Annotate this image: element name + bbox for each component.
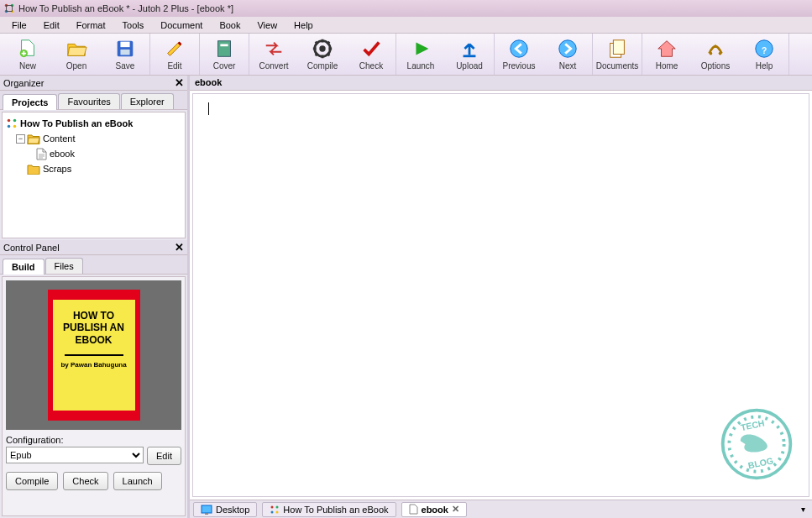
control-title: Control Panel bbox=[3, 243, 60, 253]
svg-rect-7 bbox=[120, 50, 129, 55]
project-tree[interactable]: How To Publish an eBook − Content ebook … bbox=[2, 112, 186, 238]
cover-icon bbox=[213, 38, 235, 60]
svg-point-24 bbox=[13, 125, 17, 128]
cover-title: HOW TO PUBLISH AN EBOOK bbox=[56, 310, 132, 346]
control-panel: Control Panel ✕ BuildFiles HOW TO PUBLIS… bbox=[0, 240, 187, 518]
organizer-title: Organizer bbox=[3, 78, 44, 88]
menu-help[interactable]: Help bbox=[286, 18, 322, 32]
doc-tab-desktop[interactable]: Desktop bbox=[193, 502, 257, 517]
tool-convert-button[interactable]: Convert bbox=[249, 34, 298, 75]
main-toolbar: NewOpenSaveEditCoverConvertCompileCheckL… bbox=[0, 34, 812, 76]
document-icon bbox=[409, 504, 418, 515]
text-editor[interactable]: TECH BLOG bbox=[192, 93, 809, 497]
open-icon bbox=[65, 38, 87, 60]
tool-upload-button[interactable]: Upload bbox=[445, 34, 494, 75]
svg-rect-16 bbox=[613, 40, 624, 55]
launch-icon bbox=[410, 38, 432, 60]
menu-edit[interactable]: Edit bbox=[35, 18, 68, 32]
app-logo-icon bbox=[3, 3, 15, 14]
svg-point-22 bbox=[13, 119, 17, 123]
svg-point-34 bbox=[276, 510, 279, 513]
svg-rect-9 bbox=[220, 44, 228, 46]
bottom-tab-bar: DesktopHow To Publish an eBookebook✕▾ bbox=[190, 500, 812, 518]
menu-tools[interactable]: Tools bbox=[114, 18, 153, 32]
menu-document[interactable]: Document bbox=[152, 18, 211, 32]
tool-documents-button[interactable]: Documents bbox=[593, 34, 642, 75]
control-tab-files[interactable]: Files bbox=[45, 258, 83, 274]
tool-options-button[interactable]: Options bbox=[691, 34, 740, 75]
tab-close-icon[interactable]: ✕ bbox=[452, 504, 459, 515]
svg-point-13 bbox=[511, 40, 527, 57]
svg-text:TECH: TECH bbox=[740, 417, 766, 432]
help-icon: ? bbox=[753, 38, 775, 60]
tool-new-button[interactable]: New bbox=[3, 34, 52, 75]
svg-point-31 bbox=[271, 505, 274, 508]
tree-root[interactable]: How To Publish an eBook bbox=[4, 116, 183, 131]
svg-rect-29 bbox=[202, 505, 212, 513]
menu-view[interactable]: View bbox=[249, 18, 286, 32]
save-icon bbox=[114, 38, 136, 60]
svg-point-14 bbox=[559, 40, 576, 57]
edit-icon bbox=[164, 38, 186, 60]
project-icon bbox=[6, 118, 18, 129]
tool-save-button[interactable]: Save bbox=[101, 34, 149, 75]
svg-point-17 bbox=[710, 52, 713, 55]
tool-edit-button[interactable]: Edit bbox=[150, 34, 199, 75]
organizer-tab-projects[interactable]: Projects bbox=[3, 94, 57, 110]
tree-node-content[interactable]: − Content bbox=[4, 131, 183, 146]
organizer-tabs: ProjectsFavouritesExplorer bbox=[0, 91, 187, 110]
menu-format[interactable]: Format bbox=[68, 18, 114, 32]
check-icon bbox=[360, 38, 382, 60]
tool-compile-button[interactable]: Compile bbox=[298, 34, 347, 75]
control-close-icon[interactable]: ✕ bbox=[175, 241, 184, 254]
svg-text:?: ? bbox=[762, 46, 767, 55]
menu-book[interactable]: Book bbox=[211, 18, 249, 32]
convert-icon bbox=[263, 38, 285, 60]
tool-check-button[interactable]: Check bbox=[347, 34, 396, 75]
svg-point-21 bbox=[8, 119, 11, 123]
tree-node-scraps[interactable]: Scraps bbox=[4, 161, 183, 176]
svg-rect-30 bbox=[205, 513, 208, 515]
control-tab-build[interactable]: Build bbox=[3, 259, 45, 275]
document-title-bar: ebook bbox=[190, 76, 812, 91]
tool-next-button[interactable]: Next bbox=[543, 34, 592, 75]
text-cursor bbox=[208, 102, 209, 115]
tool-previous-button[interactable]: Previous bbox=[495, 34, 543, 75]
organizer-close-icon[interactable]: ✕ bbox=[175, 76, 184, 89]
check-button[interactable]: Check bbox=[63, 472, 107, 490]
tool-launch-button[interactable]: Launch bbox=[396, 34, 445, 75]
configuration-select[interactable]: Epub bbox=[6, 447, 144, 463]
options-icon bbox=[705, 38, 726, 60]
upload-icon bbox=[458, 38, 480, 60]
folder-icon bbox=[27, 164, 40, 175]
tool-cover-button[interactable]: Cover bbox=[200, 34, 249, 75]
compile-button[interactable]: Compile bbox=[6, 472, 58, 490]
svg-point-11 bbox=[319, 45, 325, 51]
collapse-icon[interactable]: − bbox=[16, 134, 25, 144]
document-icon bbox=[36, 148, 47, 160]
launch-button[interactable]: Launch bbox=[113, 472, 162, 490]
cover-author: by Pawan Bahuguna bbox=[60, 361, 126, 369]
tool-home-button[interactable]: Home bbox=[642, 34, 691, 75]
tree-node-ebook[interactable]: ebook bbox=[4, 146, 183, 161]
folder-open-icon bbox=[27, 133, 40, 144]
control-tabs: BuildFiles bbox=[0, 255, 187, 275]
tab-overflow-icon[interactable]: ▾ bbox=[801, 505, 805, 514]
organizer-tab-favourites[interactable]: Favourites bbox=[58, 93, 119, 109]
menu-bar: FileEditFormatToolsDocumentBookViewHelp bbox=[0, 17, 812, 34]
menu-file[interactable]: File bbox=[3, 18, 35, 32]
cover-preview[interactable]: HOW TO PUBLISH AN EBOOK by Pawan Bahugun… bbox=[6, 280, 181, 430]
svg-point-33 bbox=[271, 510, 274, 513]
doc-tab-how-to-publish-an-ebook[interactable]: How To Publish an eBook bbox=[262, 502, 396, 517]
tool-open-button[interactable]: Open bbox=[52, 34, 101, 75]
previous-icon bbox=[508, 38, 530, 60]
configuration-label: Configuration: bbox=[6, 435, 64, 445]
organizer-tab-explorer[interactable]: Explorer bbox=[121, 93, 174, 109]
svg-rect-12 bbox=[464, 55, 476, 57]
watermark-logo-icon: TECH BLOG bbox=[716, 404, 797, 484]
config-edit-button[interactable]: Edit bbox=[147, 447, 181, 465]
tool-help-button[interactable]: ?Help bbox=[740, 34, 788, 75]
svg-rect-8 bbox=[218, 41, 231, 57]
doc-tab-ebook[interactable]: ebook✕ bbox=[401, 502, 467, 517]
svg-rect-6 bbox=[120, 42, 129, 48]
